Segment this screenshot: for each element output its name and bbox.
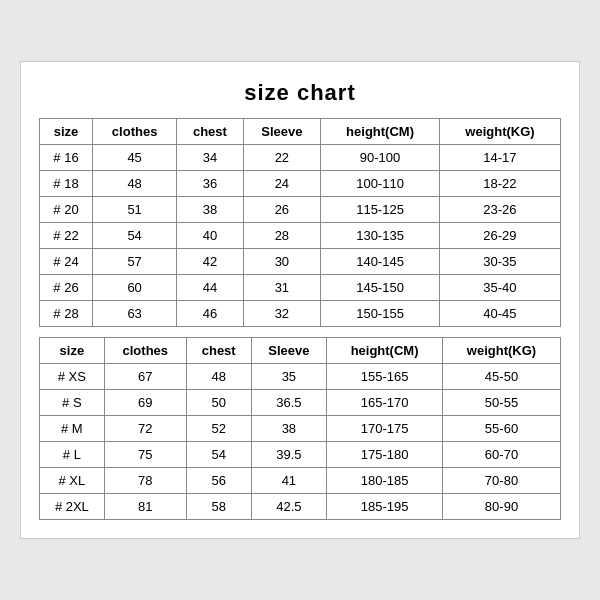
table-row: # L755439.5175-18060-70: [40, 442, 561, 468]
table-row: # 20513826115-12523-26: [40, 197, 561, 223]
table-cell: # 20: [40, 197, 93, 223]
table-row: # 28634632150-15540-45: [40, 301, 561, 327]
table-cell: 60: [93, 275, 177, 301]
table-cell: 34: [177, 145, 243, 171]
table-cell: 90-100: [321, 145, 440, 171]
table-cell: 18-22: [439, 171, 560, 197]
table-cell: 170-175: [327, 416, 443, 442]
size-table-1: sizeclotheschestSleeveheight(CM)weight(K…: [39, 118, 561, 327]
table-cell: 69: [104, 390, 186, 416]
table-cell: 54: [93, 223, 177, 249]
table-cell: 45: [93, 145, 177, 171]
table-cell: 45-50: [442, 364, 560, 390]
table-cell: # 16: [40, 145, 93, 171]
table-cell: 26-29: [439, 223, 560, 249]
table-cell: # XS: [40, 364, 105, 390]
table-cell: 51: [93, 197, 177, 223]
table-cell: # 22: [40, 223, 93, 249]
table-row: # 2XL815842.5185-19580-90: [40, 494, 561, 520]
table-cell: # 24: [40, 249, 93, 275]
table-row: # S695036.5165-17050-55: [40, 390, 561, 416]
header-cell: clothes: [93, 119, 177, 145]
header-cell: chest: [186, 338, 251, 364]
table-cell: 81: [104, 494, 186, 520]
table-cell: 63: [93, 301, 177, 327]
table-row: # 22544028130-13526-29: [40, 223, 561, 249]
table-cell: 40: [177, 223, 243, 249]
table-cell: 42.5: [251, 494, 327, 520]
table-cell: 78: [104, 468, 186, 494]
table-cell: 185-195: [327, 494, 443, 520]
table-cell: 28: [243, 223, 321, 249]
table-cell: 52: [186, 416, 251, 442]
table-cell: 165-170: [327, 390, 443, 416]
table-cell: 145-150: [321, 275, 440, 301]
table-cell: 75: [104, 442, 186, 468]
header-cell: size: [40, 338, 105, 364]
table-cell: 22: [243, 145, 321, 171]
table-cell: 56: [186, 468, 251, 494]
table-cell: 54: [186, 442, 251, 468]
table-cell: 50: [186, 390, 251, 416]
table-cell: 140-145: [321, 249, 440, 275]
table-cell: 130-135: [321, 223, 440, 249]
table-row: # XL785641180-18570-80: [40, 468, 561, 494]
table-cell: 38: [251, 416, 327, 442]
size-table-2: sizeclotheschestSleeveheight(CM)weight(K…: [39, 337, 561, 520]
table-cell: 100-110: [321, 171, 440, 197]
table-cell: 48: [186, 364, 251, 390]
table-cell: # XL: [40, 468, 105, 494]
table-row: # M725238170-17555-60: [40, 416, 561, 442]
header-cell: height(CM): [327, 338, 443, 364]
table2-body: # XS674835155-16545-50# S695036.5165-170…: [40, 364, 561, 520]
table-cell: # 26: [40, 275, 93, 301]
table2-header: sizeclotheschestSleeveheight(CM)weight(K…: [40, 338, 561, 364]
table1-header-row: sizeclotheschestSleeveheight(CM)weight(K…: [40, 119, 561, 145]
table-row: # 1645342290-10014-17: [40, 145, 561, 171]
table-cell: 31: [243, 275, 321, 301]
table-cell: 150-155: [321, 301, 440, 327]
table-cell: # M: [40, 416, 105, 442]
table-cell: # 28: [40, 301, 93, 327]
table-cell: 36.5: [251, 390, 327, 416]
chart-title: size chart: [39, 80, 561, 106]
header-cell: chest: [177, 119, 243, 145]
header-cell: weight(KG): [439, 119, 560, 145]
table-row: # 18483624100-11018-22: [40, 171, 561, 197]
header-cell: weight(KG): [442, 338, 560, 364]
table-cell: # S: [40, 390, 105, 416]
table-row: # 24574230140-14530-35: [40, 249, 561, 275]
header-cell: size: [40, 119, 93, 145]
header-cell: Sleeve: [251, 338, 327, 364]
table-cell: 180-185: [327, 468, 443, 494]
table-cell: 23-26: [439, 197, 560, 223]
table-cell: 72: [104, 416, 186, 442]
table-cell: 30-35: [439, 249, 560, 275]
table-cell: # 2XL: [40, 494, 105, 520]
table1-header: sizeclotheschestSleeveheight(CM)weight(K…: [40, 119, 561, 145]
table-cell: 67: [104, 364, 186, 390]
table-cell: 60-70: [442, 442, 560, 468]
table-cell: 35: [251, 364, 327, 390]
table-cell: 57: [93, 249, 177, 275]
table-cell: 32: [243, 301, 321, 327]
table-cell: # L: [40, 442, 105, 468]
table-cell: 26: [243, 197, 321, 223]
table-cell: 14-17: [439, 145, 560, 171]
table-cell: 39.5: [251, 442, 327, 468]
table-cell: 175-180: [327, 442, 443, 468]
table-cell: 24: [243, 171, 321, 197]
table-row: # XS674835155-16545-50: [40, 364, 561, 390]
table-cell: 38: [177, 197, 243, 223]
table-cell: 55-60: [442, 416, 560, 442]
table-row: # 26604431145-15035-40: [40, 275, 561, 301]
header-cell: height(CM): [321, 119, 440, 145]
table-cell: 42: [177, 249, 243, 275]
table-cell: 48: [93, 171, 177, 197]
table1-body: # 1645342290-10014-17# 18483624100-11018…: [40, 145, 561, 327]
table-cell: 70-80: [442, 468, 560, 494]
table-cell: 40-45: [439, 301, 560, 327]
table-cell: 50-55: [442, 390, 560, 416]
table-cell: 115-125: [321, 197, 440, 223]
table-cell: 30: [243, 249, 321, 275]
